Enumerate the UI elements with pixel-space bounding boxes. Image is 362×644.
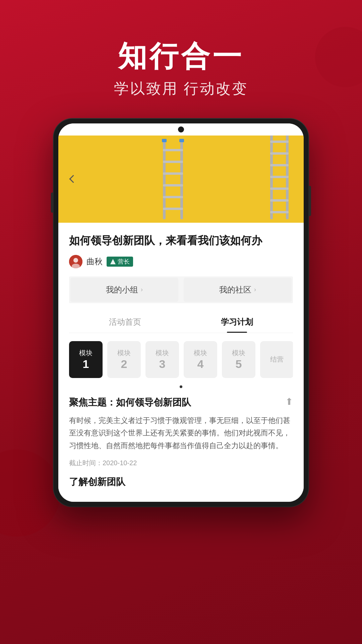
active-dot [180,385,182,388]
share-icon[interactable]: ⬆ [285,396,293,407]
back-button[interactable] [66,172,80,186]
hero-title: 知行合一 [0,40,362,72]
section-content: 聚焦主题：如何领导创新团队 ⬆ 有时候，完美主义者过于习惯于微观管理，事无巨细，… [69,396,293,495]
module-card-3[interactable]: 模块 3 [145,341,179,378]
module-label-2: 模块 [117,348,131,358]
my-group-label: 我的小组 [106,284,138,295]
author-name: 曲秋 [86,256,103,267]
module-label-4: 模块 [194,348,207,358]
svg-rect-2 [163,149,183,151]
author-badge: 营长 [107,257,133,267]
svg-rect-7 [163,208,183,210]
my-group-button[interactable]: 我的小组 › [70,278,178,302]
action-buttons-row: 我的小组 › 我的社区 › [69,276,293,303]
section-title-2: 了解创新团队 [69,476,293,488]
svg-rect-4 [163,172,183,175]
article-title: 如何领导创新团队，来看看我们该如何办 [69,233,293,248]
status-bar [58,123,304,136]
module-card-2[interactable]: 模块 2 [107,341,141,378]
module-num-3: 3 [159,358,166,371]
hero-subtitle: 学以致用 行动改变 [0,79,362,99]
tab-activity-home-label: 活动首页 [109,317,141,326]
section-header: 聚焦主题：如何领导创新团队 ⬆ [69,396,293,409]
module-num-2: 2 [121,358,127,371]
svg-marker-24 [110,259,116,264]
section-body: 有时候，完美主义者过于习惯于微观管理，事无巨细，以至于他们甚至没有意识到这个世界… [69,414,293,452]
tab-study-plan[interactable]: 学习计划 [181,311,293,333]
section-title: 聚焦主题：如何领导创新团队 [69,396,191,409]
svg-rect-13 [270,152,289,155]
module-num-4: 4 [197,358,204,371]
svg-rect-17 [270,199,289,202]
tab-study-plan-label: 学习计划 [221,317,253,326]
module-num-5: 5 [236,358,242,371]
group-chevron-icon: › [141,286,143,293]
back-chevron-icon [69,175,77,183]
module-label-3: 模块 [156,348,169,358]
avatar-icon [69,255,82,268]
module-num-1: 1 [83,358,89,371]
badge-icon [110,259,116,265]
svg-rect-12 [270,141,289,143]
svg-rect-15 [270,176,289,178]
svg-rect-14 [270,164,289,166]
svg-point-22 [73,258,78,263]
ladder-right-icon [268,136,290,219]
deadline: 截止时间：2020-10-22 [69,459,293,468]
phone-screen: 如何领导创新团队，来看看我们该如何办 曲秋 [58,123,304,502]
module-card-4[interactable]: 模块 4 [184,341,217,378]
svg-rect-3 [163,161,183,163]
avatar [69,255,82,268]
svg-rect-18 [270,211,289,213]
svg-rect-5 [163,184,183,186]
punch-hole [178,126,184,132]
module-label-end: 结营 [270,355,284,364]
phone-wrapper: 如何领导创新团队，来看看我们该如何办 曲秋 [0,119,362,507]
svg-rect-9 [179,139,184,142]
svg-rect-8 [162,139,167,142]
module-label-1: 模块 [79,348,93,358]
svg-rect-16 [270,187,289,190]
tabs-row: 活动首页 学习计划 [69,311,293,333]
my-community-label: 我的社区 [219,284,251,295]
modules-scroll[interactable]: 模块 1 模块 2 模块 3 模块 4 [69,341,293,383]
module-card-1[interactable]: 模块 1 [69,341,103,378]
author-row: 曲秋 营长 [69,255,293,268]
module-label-5: 模块 [232,348,245,358]
phone-frame: 如何领导创新团队，来看看我们该如何办 曲秋 [54,119,308,507]
module-card-end[interactable]: 结营 [260,341,293,378]
hero-section: 知行合一 学以致用 行动改变 [0,0,362,119]
my-community-button[interactable]: 我的社区 › [184,278,292,302]
community-chevron-icon: › [254,286,256,293]
svg-rect-6 [163,196,183,198]
article-content: 如何领导创新团队，来看看我们该如何办 曲秋 [58,223,304,502]
tab-activity-home[interactable]: 活动首页 [69,311,181,333]
dot-indicator [69,383,293,389]
article-hero-image [58,136,304,223]
ladder-left-icon [161,139,185,219]
module-card-5[interactable]: 模块 5 [222,341,255,378]
